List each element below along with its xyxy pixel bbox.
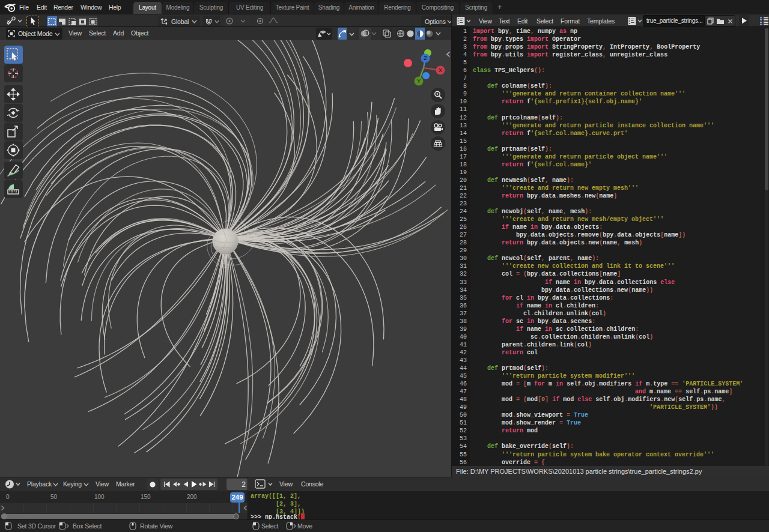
svg-text:Y: Y (417, 78, 421, 84)
svg-text:Z: Z (424, 55, 427, 61)
svg-text:X: X (439, 67, 442, 73)
